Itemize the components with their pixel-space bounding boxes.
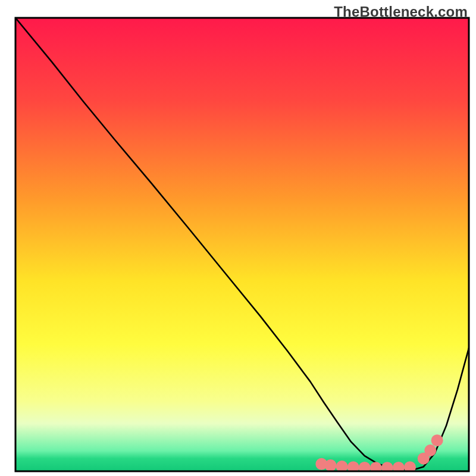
marker-dot xyxy=(424,444,436,456)
heat-gradient xyxy=(15,18,469,471)
watermark-text: TheBottleneck.com xyxy=(334,4,468,20)
bottleneck-plot xyxy=(0,0,476,476)
marker-dot xyxy=(431,434,443,446)
marker-dot xyxy=(325,459,337,471)
chart-stage: TheBottleneck.com xyxy=(0,0,476,476)
plot-area xyxy=(15,18,469,474)
